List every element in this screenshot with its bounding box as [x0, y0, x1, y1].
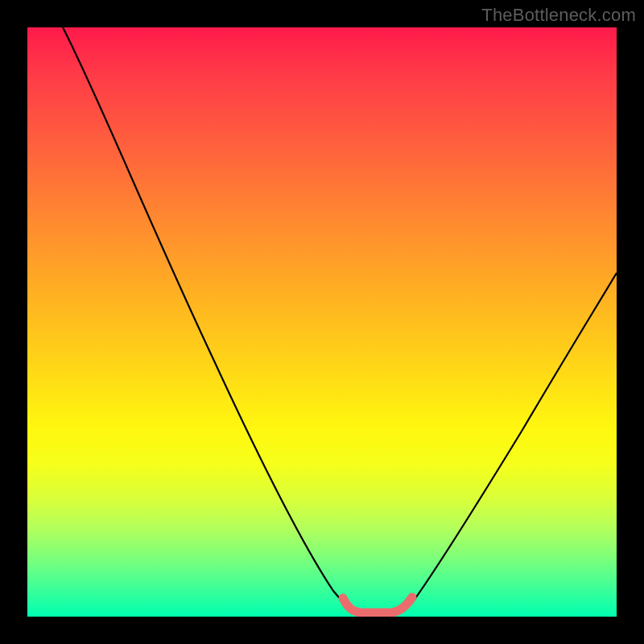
chart-frame: TheBottleneck.com: [0, 0, 644, 644]
trough-highlight-path: [343, 597, 412, 613]
watermark-text: TheBottleneck.com: [481, 5, 636, 26]
plot-area: [27, 27, 617, 617]
trough-highlight: [27, 27, 617, 617]
